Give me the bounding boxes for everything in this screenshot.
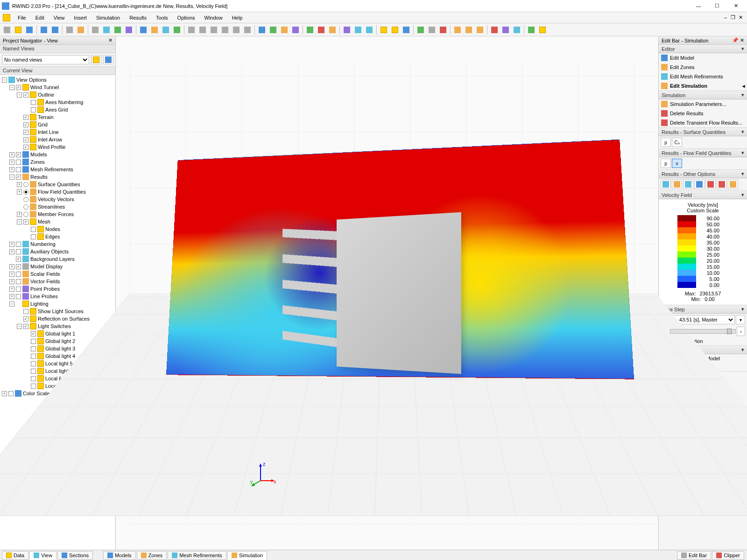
other-opt-2-button[interactable] [672,180,682,189]
node-outline[interactable]: Outline [38,92,54,98]
open-icon[interactable] [13,25,23,35]
menu-options[interactable]: Options [173,14,200,22]
node-flow-field-quantities[interactable]: Flow Field Quantities [38,189,86,195]
node-wind-tunnel[interactable]: Wind Tunnel [30,84,59,90]
node-velocity-vectors[interactable]: Velocity Vectors [38,196,74,202]
node-global-light-4[interactable]: Global light 4 [45,353,75,359]
chevron-down-icon[interactable]: ▾ [741,347,744,353]
named-views-select[interactable]: No named views [2,55,89,64]
simulation-params-button[interactable]: Simulation Parameters... [659,99,747,109]
tab-data[interactable]: Data [2,551,28,560]
move-icon[interactable] [268,25,278,35]
node-mesh-refinements[interactable]: Mesh Refinements [30,167,73,172]
tool-d-icon[interactable] [489,25,500,35]
sphere-icon[interactable] [209,25,219,35]
tab-zones[interactable]: Zones [137,551,167,560]
doc-minimize-button[interactable]: – [722,14,729,21]
mirror-icon[interactable] [290,25,301,35]
doc-restore-button[interactable]: ❐ [729,14,737,21]
node-terrain[interactable]: Terrain [38,114,54,120]
save-view-button[interactable] [91,55,101,64]
menu-tools[interactable]: Tools [151,14,173,22]
tab-mesh-refinements[interactable]: Mesh Refinements [168,551,226,560]
chevron-down-icon[interactable]: ▾ [741,46,744,52]
export-icon[interactable] [416,25,426,35]
tool-h-icon[interactable] [537,25,548,35]
new-icon[interactable] [2,25,12,35]
menu-view[interactable]: View [49,14,70,22]
delete-transient-button[interactable]: Delete Transient Flow Results... [659,118,747,127]
video-icon[interactable] [438,25,448,35]
node-reflection[interactable]: Reflection on Surfaces [38,316,90,322]
other-opt-6-button[interactable] [717,180,727,189]
tab-simulation[interactable]: Simulation [227,551,267,560]
other-opt-1-button[interactable] [661,180,671,189]
node-axes-numbering[interactable]: Axes Numbering [45,99,83,105]
node-axes-grid[interactable]: Axes Grid [45,107,68,112]
node-surface-quantities[interactable]: Surface Quantities [38,182,80,187]
edit-model-button[interactable]: Edit Model [659,53,747,63]
node-edges[interactable]: Edges [45,234,60,239]
node-global-light-3[interactable]: Global light 3 [45,346,75,351]
iso-icon[interactable] [113,25,123,35]
node-streamlines[interactable]: Streamlines [38,204,65,210]
node-vector-fields[interactable]: Vector Fields [30,279,60,284]
node-global-light-1[interactable]: Global light 1 [45,331,75,336]
time-step-slider[interactable] [670,329,736,334]
cylinder-icon[interactable] [197,25,208,35]
print-icon[interactable] [64,25,75,35]
clip-icon[interactable] [364,25,374,35]
poly-icon[interactable] [231,25,241,35]
tool-e-icon[interactable] [500,25,511,35]
edit-simulation-button[interactable]: Edit Simulation◂ [659,81,747,91]
menu-window[interactable]: Window [200,14,227,22]
tab-view[interactable]: View [29,551,56,560]
node-inlet-line[interactable]: Inlet Line [38,129,59,135]
redo-icon[interactable] [50,25,60,35]
node-models[interactable]: Models [30,152,47,157]
tool-a-icon[interactable] [452,25,463,35]
node-mesh[interactable]: Mesh [38,219,50,224]
slice-icon[interactable] [353,25,363,35]
doc-close-button[interactable]: ✕ [737,14,744,21]
edit-mesh-button[interactable]: Edit Mesh Refinements [659,72,747,81]
maximize-button[interactable]: ☐ [708,0,726,12]
cone-icon[interactable] [220,25,230,35]
tool-c-icon[interactable] [475,25,485,35]
surface-cp-button[interactable]: Cₚ [672,138,682,147]
node-member-forces[interactable]: Member Forces [38,211,74,217]
undo-icon[interactable] [39,25,49,35]
probe-icon[interactable] [379,25,389,35]
menu-simulation[interactable]: Simulation [92,14,125,22]
panel-close-icon[interactable]: ✕ [108,37,113,43]
node-wind-profile[interactable]: Wind Profile [38,144,65,150]
node-nodes[interactable]: Nodes [45,226,60,232]
delete-results-button[interactable]: Delete Results [659,109,747,118]
node-zones[interactable]: Zones [30,159,45,165]
other-opt-4-button[interactable] [694,180,705,189]
section-icon[interactable] [342,25,352,35]
views-icon[interactable] [101,25,112,35]
results-icon[interactable] [327,25,338,35]
measure-icon[interactable] [76,25,86,35]
stream-icon[interactable] [401,25,411,35]
tab-models[interactable]: Models [103,551,135,560]
node-show-light-sources[interactable]: Show Light Sources [38,308,84,314]
node-scalar-fields[interactable]: Scalar Fields [30,271,60,277]
menu-file[interactable]: File [13,14,31,22]
tool-f-icon[interactable] [512,25,522,35]
line-probe-icon[interactable] [390,25,400,35]
chevron-down-icon[interactable]: ▾ [741,150,744,156]
refine-icon[interactable] [172,25,182,35]
chevron-down-icon[interactable]: ▾ [741,306,744,312]
mesh-icon[interactable] [161,25,171,35]
tab-sections[interactable]: Sections [57,551,93,560]
node-model-display[interactable]: Model Display [30,264,63,269]
node-view-options[interactable]: View Options [16,77,47,83]
minimize-button[interactable]: — [689,0,708,12]
node-inlet-arrow[interactable]: Inlet Arrow [38,137,62,142]
run-icon[interactable] [305,25,315,35]
pin-icon[interactable]: 📌 [732,37,739,43]
tool-b-icon[interactable] [464,25,474,35]
tab-clipper[interactable]: Clipper [712,551,744,560]
